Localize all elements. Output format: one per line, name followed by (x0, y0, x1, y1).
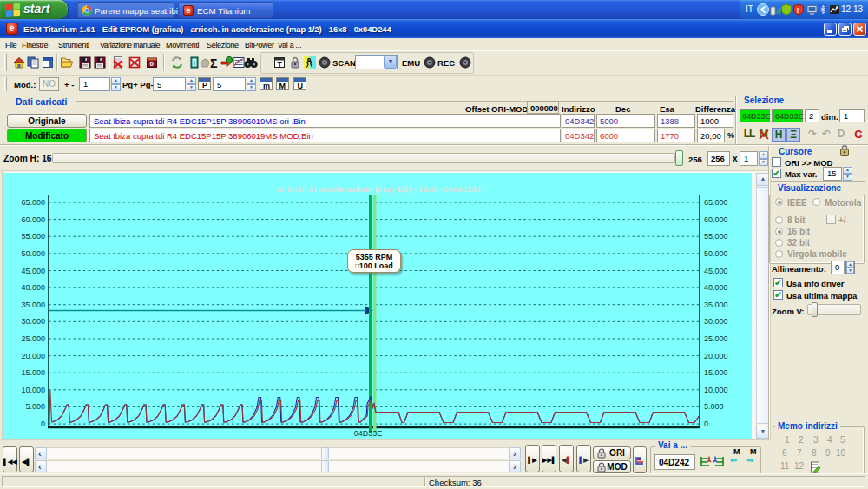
svg-text:55.000: 55.000 (704, 232, 728, 241)
svg-text:35.000: 35.000 (704, 301, 728, 309)
svg-text:Σ: Σ (210, 56, 217, 70)
svg-text:5.000: 5.000 (704, 402, 724, 411)
svg-text:55.000: 55.000 (21, 232, 45, 241)
svg-text:20.000: 20.000 (704, 352, 728, 360)
svg-text:15.000: 15.000 (21, 368, 45, 377)
svg-text:10.000: 10.000 (21, 386, 45, 394)
svg-text:50.000: 50.000 (704, 249, 728, 258)
svg-text:!: ! (797, 6, 799, 15)
svg-text:04D33E: 04D33E (354, 429, 383, 438)
svg-text:15.000: 15.000 (704, 368, 728, 377)
svg-text:60.000: 60.000 (704, 215, 728, 224)
svg-text:arricch. in accelerazione (map: arricch. in accelerazione (map 1/2) - 16… (277, 184, 482, 194)
svg-text:45.000: 45.000 (704, 267, 728, 275)
svg-text:45.000: 45.000 (21, 267, 45, 275)
svg-text:30.000: 30.000 (21, 317, 45, 326)
svg-text:40.000: 40.000 (704, 283, 728, 292)
svg-text:10.000: 10.000 (704, 386, 728, 394)
svg-text:25.000: 25.000 (704, 334, 728, 343)
svg-text:65.000: 65.000 (704, 198, 728, 207)
svg-text:0: 0 (704, 420, 708, 428)
svg-text:65.000: 65.000 (21, 198, 45, 207)
svg-text:40.000: 40.000 (21, 283, 45, 292)
svg-text:T: T (278, 60, 283, 69)
svg-text:i: i (194, 59, 195, 67)
svg-text:50.000: 50.000 (21, 249, 45, 258)
svg-text:35.000: 35.000 (21, 301, 45, 309)
svg-text:0: 0 (150, 60, 155, 68)
svg-text:25.000: 25.000 (21, 334, 45, 343)
svg-text:5.000: 5.000 (25, 402, 45, 411)
svg-text:0: 0 (41, 420, 45, 428)
svg-text:30.000: 30.000 (704, 317, 728, 326)
svg-text:20.000: 20.000 (21, 352, 45, 360)
svg-text:60.000: 60.000 (21, 215, 45, 224)
